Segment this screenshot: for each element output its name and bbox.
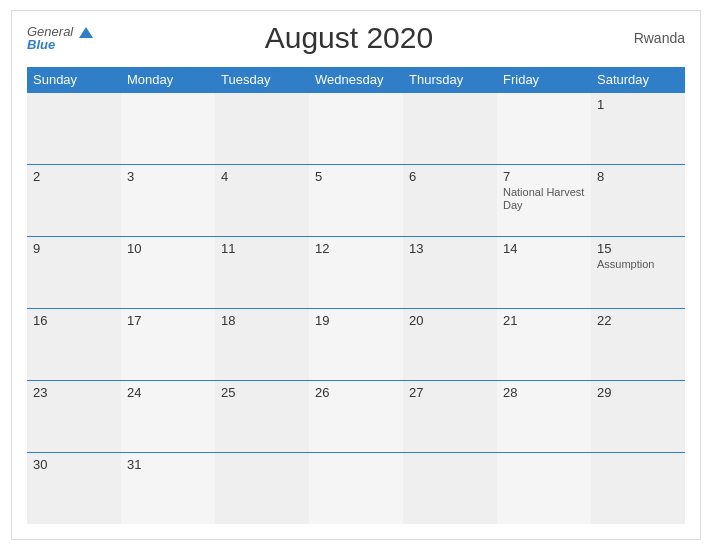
calendar-cell: 13 <box>403 236 497 308</box>
day-number: 16 <box>33 313 115 328</box>
calendar-week-6: 3031 <box>27 452 685 524</box>
day-number: 12 <box>315 241 397 256</box>
calendar-cell <box>497 452 591 524</box>
calendar-cell <box>403 452 497 524</box>
day-number: 6 <box>409 169 491 184</box>
calendar-week-5: 23242526272829 <box>27 380 685 452</box>
calendar-cell <box>27 92 121 164</box>
logo-blue-text: Blue <box>27 38 93 51</box>
calendar-cell: 19 <box>309 308 403 380</box>
day-number: 11 <box>221 241 303 256</box>
calendar-cell <box>215 452 309 524</box>
weekday-header-tuesday: Tuesday <box>215 67 309 93</box>
calendar-table: SundayMondayTuesdayWednesdayThursdayFrid… <box>27 67 685 525</box>
calendar-cell <box>215 92 309 164</box>
calendar-cell: 7National Harvest Day <box>497 164 591 236</box>
calendar-week-4: 16171819202122 <box>27 308 685 380</box>
calendar-cell: 31 <box>121 452 215 524</box>
day-number: 25 <box>221 385 303 400</box>
day-number: 4 <box>221 169 303 184</box>
weekday-header-row: SundayMondayTuesdayWednesdayThursdayFrid… <box>27 67 685 93</box>
day-number: 1 <box>597 97 679 112</box>
day-number: 7 <box>503 169 585 184</box>
calendar-cell: 16 <box>27 308 121 380</box>
weekday-header-friday: Friday <box>497 67 591 93</box>
day-number: 26 <box>315 385 397 400</box>
calendar-cell: 12 <box>309 236 403 308</box>
calendar-week-3: 9101112131415Assumption <box>27 236 685 308</box>
calendar-cell: 24 <box>121 380 215 452</box>
calendar-cell <box>121 92 215 164</box>
day-number: 28 <box>503 385 585 400</box>
weekday-header-saturday: Saturday <box>591 67 685 93</box>
calendar-week-1: 1 <box>27 92 685 164</box>
calendar-container: General Blue August 2020 Rwanda SundayMo… <box>11 10 701 541</box>
calendar-cell: 18 <box>215 308 309 380</box>
day-number: 22 <box>597 313 679 328</box>
day-number: 27 <box>409 385 491 400</box>
day-number: 8 <box>597 169 679 184</box>
event-label: National Harvest Day <box>503 186 585 212</box>
month-title: August 2020 <box>93 21 605 55</box>
calendar-cell: 10 <box>121 236 215 308</box>
day-number: 17 <box>127 313 209 328</box>
calendar-cell: 11 <box>215 236 309 308</box>
day-number: 9 <box>33 241 115 256</box>
calendar-cell: 5 <box>309 164 403 236</box>
calendar-cell <box>309 452 403 524</box>
day-number: 24 <box>127 385 209 400</box>
calendar-cell: 15Assumption <box>591 236 685 308</box>
logo-triangle <box>79 27 93 38</box>
day-number: 21 <box>503 313 585 328</box>
calendar-cell: 2 <box>27 164 121 236</box>
calendar-cell: 21 <box>497 308 591 380</box>
calendar-cell: 4 <box>215 164 309 236</box>
calendar-cell: 27 <box>403 380 497 452</box>
calendar-cell: 17 <box>121 308 215 380</box>
weekday-header-thursday: Thursday <box>403 67 497 93</box>
calendar-cell: 26 <box>309 380 403 452</box>
calendar-cell <box>403 92 497 164</box>
weekday-header-sunday: Sunday <box>27 67 121 93</box>
day-number: 3 <box>127 169 209 184</box>
calendar-cell: 1 <box>591 92 685 164</box>
calendar-cell <box>591 452 685 524</box>
calendar-cell: 20 <box>403 308 497 380</box>
day-number: 29 <box>597 385 679 400</box>
calendar-cell: 23 <box>27 380 121 452</box>
calendar-week-2: 234567National Harvest Day8 <box>27 164 685 236</box>
day-number: 5 <box>315 169 397 184</box>
day-number: 2 <box>33 169 115 184</box>
day-number: 23 <box>33 385 115 400</box>
logo-general: General <box>27 25 93 38</box>
day-number: 15 <box>597 241 679 256</box>
day-number: 20 <box>409 313 491 328</box>
weekday-header-monday: Monday <box>121 67 215 93</box>
calendar-cell: 3 <box>121 164 215 236</box>
calendar-cell: 30 <box>27 452 121 524</box>
day-number: 14 <box>503 241 585 256</box>
day-number: 13 <box>409 241 491 256</box>
event-label: Assumption <box>597 258 679 271</box>
calendar-cell: 14 <box>497 236 591 308</box>
calendar-cell: 6 <box>403 164 497 236</box>
calendar-cell: 22 <box>591 308 685 380</box>
calendar-cell: 8 <box>591 164 685 236</box>
weekday-header-wednesday: Wednesday <box>309 67 403 93</box>
calendar-cell <box>497 92 591 164</box>
logo: General Blue <box>27 25 93 51</box>
day-number: 19 <box>315 313 397 328</box>
calendar-cell: 9 <box>27 236 121 308</box>
calendar-cell <box>309 92 403 164</box>
calendar-cell: 28 <box>497 380 591 452</box>
day-number: 18 <box>221 313 303 328</box>
calendar-header: General Blue August 2020 Rwanda <box>27 21 685 55</box>
calendar-cell: 29 <box>591 380 685 452</box>
day-number: 31 <box>127 457 209 472</box>
country-label: Rwanda <box>605 30 685 46</box>
day-number: 30 <box>33 457 115 472</box>
calendar-cell: 25 <box>215 380 309 452</box>
day-number: 10 <box>127 241 209 256</box>
